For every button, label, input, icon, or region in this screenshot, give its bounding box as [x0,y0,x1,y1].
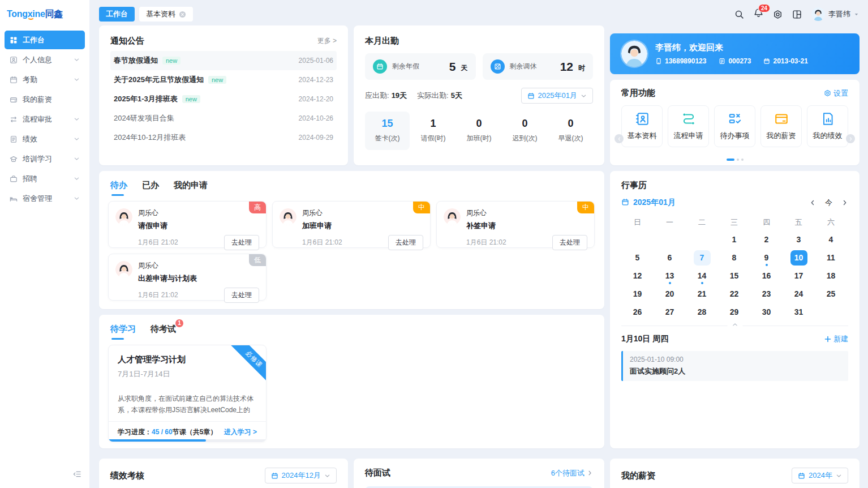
priority-badge: 中 [413,202,430,213]
calendar-today-button[interactable]: 今 [825,198,832,208]
quick-actions-settings[interactable]: 设置 [824,88,848,99]
quick-action-tile[interactable]: 基本资料 [621,105,663,147]
calendar-day[interactable]: 26 [621,303,654,321]
carousel-dot[interactable] [727,159,734,161]
collapse-chevron-icon[interactable] [727,322,742,329]
calendar-day[interactable]: 4 [815,230,847,249]
user-menu[interactable]: 李晋纬 [811,7,859,21]
notice-item[interactable]: 2025年1-3月排班表 new 2024-12-20 [110,89,337,109]
calendar-day[interactable]: 7 [686,249,718,267]
interview-count-link[interactable]: 6个待面试 [551,468,593,478]
page-tabs: 工作台 基本资料 [99,7,193,22]
calendar-day[interactable]: 8 [718,249,750,267]
calendar-day[interactable]: 2 [750,230,783,249]
quick-action-tile[interactable]: 流程申请 [668,105,709,147]
calendar-day[interactable]: 6 [654,249,686,267]
calendar-prev-icon[interactable] [809,199,816,206]
enter-course-link[interactable]: 进入学习 > [224,427,257,437]
calendar-day[interactable]: 19 [621,285,654,303]
sidebar-item-profile[interactable]: 个人信息 [5,50,85,69]
stat-label: 迟到(次) [502,134,547,143]
notice-item[interactable]: 春节放假通知 new 2025-01-06 [110,51,337,70]
calendar-icon [527,92,535,100]
priority-badge: 低 [249,254,266,266]
apps-grid-icon[interactable] [792,10,802,19]
calendar-weekday: 四 [750,215,783,230]
calendar-day[interactable]: 10 [783,249,815,267]
quick-action-tile[interactable]: 待办事项 [714,105,755,147]
learning-tab-1[interactable]: 待考试 1 [151,324,176,340]
calendar-event[interactable]: 2025-01-10 09:00 面试实施顾问2人 [621,351,848,381]
calendar-day[interactable]: 22 [718,285,750,303]
sidebar-item-attendance[interactable]: 考勤 [5,70,85,89]
calendar-day[interactable]: 13 [654,267,686,285]
close-icon[interactable] [179,11,186,18]
calendar-next-icon[interactable] [841,199,848,206]
calendar-day[interactable]: 9 [750,249,783,267]
sidebar-item-salary[interactable]: 我的薪资 [5,90,85,109]
handle-button[interactable]: 去处理 [388,235,423,250]
calendar-day[interactable]: 20 [654,285,686,303]
calendar-day[interactable]: 1 [718,230,750,249]
calendar-day[interactable]: 31 [783,303,815,321]
handle-button[interactable]: 去处理 [552,235,587,250]
calendar-day[interactable]: 3 [783,230,815,249]
quick-action-tile[interactable]: 我的薪资 [760,105,802,147]
carousel-next-icon[interactable] [846,134,855,143]
attendance-month-select[interactable]: 2025年01月 [521,88,593,104]
calendar-day[interactable]: 23 [750,285,783,303]
todo-tab-1[interactable]: 已办 [142,180,159,196]
new-event-button[interactable]: 新建 [824,334,848,344]
calendar-day[interactable]: 29 [718,303,750,321]
notices-more-link[interactable]: 更多 > [317,36,337,46]
sidebar-item-performance[interactable]: 绩效 [5,130,85,148]
sidebar-item-workbench[interactable]: 工作台 [5,31,85,49]
topbar-actions: 24 李晋纬 [734,7,859,21]
performance-month-select[interactable]: 2024年12月 [265,468,337,483]
course-card[interactable]: 必修课 人才管理学习计划 7月1日-7月14日 从求职角度，在面试前建立自己的算… [108,345,267,442]
quick-action-tile[interactable]: 我的绩效 [807,105,848,147]
annual-leave-tile: 剩余年假 5 天 [365,53,476,80]
calendar-day[interactable]: 12 [621,267,654,285]
user-name: 李晋纬 [828,9,850,19]
notifications-bell-icon[interactable]: 24 [754,8,763,20]
calendar-day[interactable]: 21 [686,285,718,303]
calendar-day[interactable]: 17 [783,267,815,285]
calendar-day[interactable]: 27 [654,303,686,321]
calendar-day[interactable]: 15 [718,267,750,285]
settings-gear-icon[interactable] [773,10,783,19]
calendar-day[interactable]: 18 [815,267,847,285]
calendar-month-select[interactable]: 2025年01月 [621,198,676,208]
calendar-day[interactable]: 30 [750,303,783,321]
carousel-prev-icon[interactable] [615,134,624,143]
selected-date-label: 1月10日 周四 [621,334,668,344]
calendar-day[interactable]: 14 [686,267,718,285]
carousel-dot[interactable] [741,159,744,161]
sidebar-item-approval[interactable]: 流程审批 [5,110,85,129]
notice-item[interactable]: 2024年10-12月排班表 2024-09-29 [110,128,337,147]
calendar-day[interactable]: 25 [815,285,847,303]
notice-item[interactable]: 关于2025年元旦节放假通知 new 2024-12-23 [110,70,337,89]
notice-item[interactable]: 2024研发项目合集 2024-10-26 [110,109,337,128]
page-tab[interactable]: 基本资料 [139,7,193,22]
carousel-dot[interactable] [737,159,739,161]
calendar-day[interactable]: 5 [621,249,654,267]
sidebar-item-dormitory[interactable]: 宿舍管理 [5,189,85,208]
sidebar-collapse-icon[interactable] [73,470,81,480]
calendar-day[interactable]: 11 [815,249,847,267]
todo-tab-2[interactable]: 我的申请 [174,180,208,196]
learning-tab-0[interactable]: 待学习 [110,324,136,340]
priority-badge: 中 [577,202,594,213]
handle-button[interactable]: 去处理 [224,235,259,250]
calendar-day[interactable]: 16 [750,267,783,285]
sidebar-item-recruit[interactable]: 招聘 [5,169,85,188]
calendar-day[interactable]: 28 [686,303,718,321]
sidebar-item-training[interactable]: 培训学习 [5,149,85,168]
calendar-day[interactable]: 24 [783,285,815,303]
salary-year-select[interactable]: 2024年 [792,468,848,483]
search-icon[interactable] [734,10,744,19]
todo-tab-0[interactable]: 待办 [110,180,127,196]
calendar-weekday: 五 [783,215,815,230]
handle-button[interactable]: 去处理 [224,288,259,303]
page-tab[interactable]: 工作台 [99,7,135,22]
